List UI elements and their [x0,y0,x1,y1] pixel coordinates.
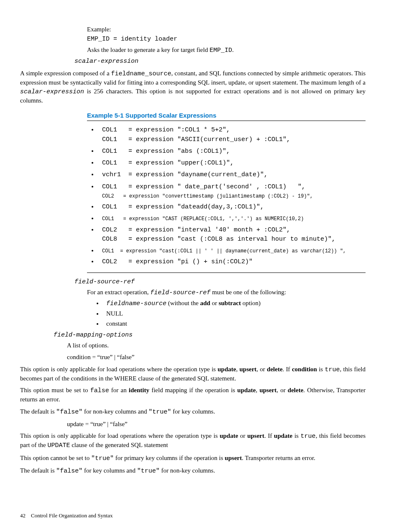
condition-p3: The default is "false" for non-key colum… [20,407,366,416]
bold: identity [129,387,149,393]
code-line: COL2 = expression "pi () + sin(:COL2)" [102,258,253,265]
example-code: EMP_ID = identity loader [87,35,366,44]
list-item: COL1 = expression ":COL1 * 5+2", COL1 = … [98,125,366,144]
text: or [238,432,247,439]
scalar-desc: A simple expression composed of a fieldn… [20,69,366,105]
text: . [232,46,234,53]
list-item: vchr1 = expression "dayname(current_date… [98,170,366,179]
inline-code: true [301,433,316,440]
code-line: COL1 = expression "upper(:COL1)", [102,159,234,167]
condition-p2: This option must be set to false for an … [20,386,366,404]
inline-code: "true" [91,455,114,462]
text: . If [264,432,274,439]
field-mapping-options-heading: field-mapping-options [54,331,366,339]
text: For an extract operation, [87,289,150,296]
text: The default is [20,467,56,474]
field-source-ref-heading: field-source-ref [74,278,366,286]
example-list: COL1 = expression ":COL1 * 5+2", COL1 = … [98,125,366,266]
update-p3: The default is "false" for key columns a… [20,466,366,475]
inline-code: fieldname-source [106,300,166,307]
text: for non-key columns. [160,467,215,474]
code-line: COL1 = expression "ASCII(current_user) +… [102,136,290,143]
condition-line: condition = “true” | “false” [67,353,366,361]
text: field mapping if the operation is [149,387,237,393]
text: (without the [166,300,200,306]
text: for an [109,387,129,393]
text: The default is [20,408,56,415]
list-item: COL2 = expression "interval '40' month +… [98,225,366,244]
update-p2: This option cannot be set to "true" for … [20,454,366,463]
text: This option must be set to [20,387,90,393]
bold: subtract [219,300,241,306]
bold: upsert [225,455,242,461]
text: is [317,366,325,373]
code-line: COL1 = expression "dateadd(day,3,:COL1)"… [102,203,264,211]
text: or [210,300,219,306]
bold: update [220,432,238,439]
text: A simple expression composed of a [20,70,111,77]
bold: add [200,300,210,306]
example-desc: Asks the loader to generate a key for ta… [87,46,366,55]
field-source-ref-desc: For an extract operation, field-source-r… [87,288,366,297]
code-line: COL8 = expression "cast (:COL8 as interv… [102,236,335,243]
list-item: COL2 = expression "pi () + sin(:COL2)" [98,257,366,266]
inline-code: true [325,366,340,373]
inline-code: EMP_ID [210,47,232,54]
code-line: COL1 = expression "abs (:COL1)", [102,148,230,155]
text: This option is only applicable for load … [20,366,217,373]
bold: delete [267,366,282,373]
field-mapping-options-desc: A list of options. [67,341,366,350]
bold: condition [292,366,317,373]
text: must be one of the following: [210,289,286,296]
text: , or [256,366,267,373]
code-line: COL2 = expression "interval '40' month +… [102,226,290,234]
example-5-1-title: Example 5-1 Supported Scalar Expressions [87,111,366,120]
text: clause of the generated SQL statement [70,442,168,448]
list-item: COL1 = expression "CAST (REPLACE(:COL1, … [98,214,366,222]
code-line: vchr1 = expression "dayname(current_date… [102,171,268,178]
text: option) [241,300,261,306]
bold: update [274,432,292,439]
list-item: COL1 = expression "cast(:COL1 || ' ' || … [98,246,366,254]
text: for key columns. [171,408,215,415]
bold: update [217,366,236,373]
inline-code: "false" [56,409,82,416]
condition-p1: This option is only applicable for load … [20,365,366,383]
update-line: update = “true” | “false” [67,420,366,428]
update-p1: This option is only applicable for load … [20,432,366,450]
example-rule-top [87,121,366,121]
bold: update [237,387,256,393]
inline-code: "false" [56,468,82,475]
text: . Transporter returns an error. [242,455,315,461]
bold: upsert [239,366,256,373]
text: This option is only applicable for load … [20,432,220,439]
code-line: COL1 = expression "CAST (REPLACE(:COL1, … [102,216,304,222]
list-item: constant [103,319,366,328]
inline-code: fieldname_source [111,70,171,77]
list-item: NULL [103,309,366,318]
bold: upsert [247,432,264,439]
text: is [292,432,300,439]
list-item: COL1 = expression " date_part('second' ,… [98,182,366,200]
text: . If [283,366,292,373]
inline-code: field-source-ref [150,289,210,296]
text: This option cannot be set to [20,455,91,461]
code-line: COL2 = expression "converttimestamp (jul… [102,193,313,199]
inline-code: UPDATE [47,442,70,449]
text: for primary key columns if the operation… [114,455,225,461]
example-label: Example: [87,25,366,33]
list-item: COL1 = expression "dateadd(day,3,:COL1)"… [98,202,366,211]
scalar-heading: scalar-expression [74,57,366,66]
example-5-1-box: COL1 = expression ":COL1 * 5+2", COL1 = … [20,125,366,266]
text: , or [276,387,288,393]
inline-code: scalar-expression [20,88,84,95]
field-source-ref-bullets: fieldname-source (without the add or sub… [103,299,366,328]
list-item: COL1 = expression "abs (:COL1)", [98,146,366,156]
inline-code: "true" [137,468,160,475]
code-line: COL1 = expression "cast(:COL1 || ' ' || … [102,248,346,254]
bold: upsert [259,387,276,393]
list-item: fieldname-source (without the add or sub… [103,299,366,308]
text: for non-key columns and [82,408,148,415]
inline-code: false [90,387,109,394]
inline-code: "true" [148,409,171,416]
